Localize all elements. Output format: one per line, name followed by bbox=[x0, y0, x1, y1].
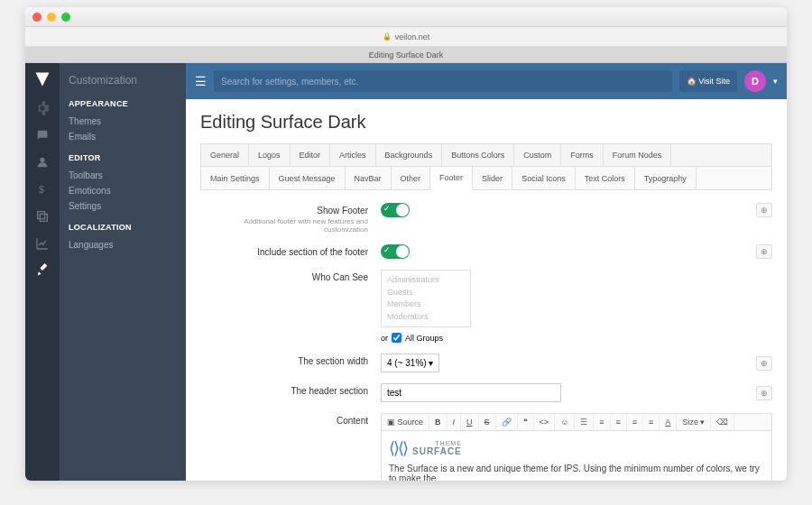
sidebar-heading: APPEARANCE bbox=[69, 99, 177, 108]
align-right-button[interactable]: ≡ bbox=[643, 414, 660, 430]
plus-button[interactable]: ⊕ bbox=[756, 244, 772, 259]
clear-button[interactable]: ⌫ bbox=[711, 414, 734, 430]
url-text: veilon.net bbox=[395, 32, 430, 41]
sidebar-item[interactable]: Themes bbox=[69, 114, 177, 129]
mac-titlebar bbox=[25, 7, 787, 27]
sidebar-item[interactable]: Emoticons bbox=[69, 183, 177, 198]
sidebar-heading: LOCALIZATION bbox=[69, 223, 177, 232]
show-footer-hint: Additional footer with new features and … bbox=[200, 217, 368, 234]
tab[interactable]: Buttons Colors bbox=[442, 144, 514, 166]
who-can-see-label: Who Can See bbox=[200, 272, 368, 282]
size-button[interactable]: Size ▾ bbox=[677, 414, 711, 430]
tab[interactable]: Articles bbox=[330, 144, 376, 166]
code-button[interactable]: <> bbox=[534, 414, 556, 430]
link-button[interactable]: 🔗 bbox=[496, 414, 518, 430]
sidebar-item[interactable]: Languages bbox=[69, 237, 177, 252]
subtab[interactable]: Main Settings bbox=[201, 167, 270, 189]
editor-toolbar: ▣ Source B I U S 🔗 ❝ <> ☺ ☰ bbox=[382, 414, 771, 431]
visit-site-button[interactable]: 🏠 Visit Site bbox=[679, 70, 737, 92]
maximize-window-button[interactable] bbox=[61, 13, 70, 22]
top-bar: ☰ 🏠 Visit Site D ▾ bbox=[186, 63, 787, 99]
tab-row-1: GeneralLogosEditorArticlesBackgroundsBut… bbox=[200, 143, 772, 167]
sidebar-item[interactable]: Emails bbox=[69, 129, 177, 144]
tab[interactable]: General bbox=[201, 144, 249, 166]
lock-icon: 🔒 bbox=[383, 32, 392, 41]
sidebar-title: Customization bbox=[69, 74, 177, 87]
list-ol-button[interactable]: ≡ bbox=[594, 414, 610, 430]
plus-button[interactable]: ⊕ bbox=[756, 203, 772, 217]
gear-icon[interactable] bbox=[35, 101, 50, 115]
section-width-label: The section width bbox=[200, 356, 368, 366]
subtab[interactable]: Other bbox=[392, 167, 431, 189]
minimize-window-button[interactable] bbox=[47, 13, 56, 22]
all-groups-checkbox[interactable] bbox=[392, 333, 401, 343]
source-button[interactable]: ▣ Source bbox=[382, 414, 429, 430]
plus-button[interactable]: ⊕ bbox=[756, 386, 772, 400]
svg-rect-1 bbox=[38, 212, 45, 219]
tab[interactable]: Logos bbox=[249, 144, 291, 166]
tab[interactable]: Custom bbox=[514, 144, 561, 166]
content-label: Content bbox=[200, 416, 368, 426]
all-groups-label: All Groups bbox=[405, 334, 443, 343]
emoji-button[interactable]: ☺ bbox=[555, 414, 575, 430]
or-text: or bbox=[381, 334, 388, 343]
font-color-button[interactable]: A bbox=[660, 414, 677, 430]
tab[interactable]: Backgrounds bbox=[376, 144, 443, 166]
rich-text-editor: ▣ Source B I U S 🔗 ❝ <> ☺ ☰ bbox=[381, 413, 772, 481]
tab[interactable]: Editor bbox=[291, 144, 331, 166]
show-footer-toggle[interactable] bbox=[381, 203, 410, 217]
svg-text:$: $ bbox=[39, 184, 44, 195]
copy-icon[interactable] bbox=[35, 209, 50, 224]
subtab[interactable]: Footer bbox=[430, 167, 473, 190]
underline-button[interactable]: U bbox=[461, 414, 479, 430]
settings-sidebar: Customization APPEARANCEThemesEmailsEDIT… bbox=[60, 63, 186, 481]
section-width-select[interactable]: 4 (~ 31%) ▾ bbox=[381, 354, 439, 372]
hamburger-icon[interactable]: ☰ bbox=[195, 74, 207, 88]
include-section-toggle[interactable] bbox=[381, 244, 410, 259]
align-center-button[interactable]: ≡ bbox=[627, 414, 643, 430]
tab[interactable]: Forms bbox=[561, 144, 604, 166]
surface-logo: ⟨⟩⟨⟩ THEMESURFACE bbox=[389, 438, 462, 458]
sidebar-item[interactable]: Toolbars bbox=[69, 168, 177, 183]
chevron-down-icon[interactable]: ▾ bbox=[773, 77, 778, 86]
include-section-label: Include section of the footer bbox=[200, 247, 368, 257]
subtab[interactable]: Social Icons bbox=[512, 167, 576, 189]
show-footer-label: Show Footer bbox=[200, 206, 368, 216]
app-logo bbox=[33, 70, 51, 88]
svg-rect-2 bbox=[40, 214, 47, 221]
list-ul-button[interactable]: ☰ bbox=[575, 414, 594, 430]
header-section-input[interactable] bbox=[381, 383, 561, 402]
subtab[interactable]: Slider bbox=[473, 167, 512, 189]
browser-tab[interactable]: Editing Surface Dark bbox=[25, 47, 787, 63]
chat-icon[interactable] bbox=[35, 128, 50, 142]
page-title: Editing Surface Dark bbox=[200, 112, 772, 133]
who-can-see-select[interactable]: AdministratorsGuestsMembersModerators bbox=[381, 270, 471, 327]
sidebar-item[interactable]: Settings bbox=[69, 198, 177, 214]
chart-icon[interactable] bbox=[35, 236, 50, 251]
brush-icon[interactable] bbox=[35, 263, 50, 278]
tab[interactable]: Forum Nodes bbox=[604, 144, 672, 166]
editor-body[interactable]: ⟨⟩⟨⟩ THEMESURFACE The Surface is a new a… bbox=[382, 431, 771, 481]
user-icon[interactable] bbox=[35, 155, 50, 170]
align-left-button[interactable]: ≡ bbox=[611, 414, 627, 430]
subtab[interactable]: Typography bbox=[635, 167, 697, 189]
subtab[interactable]: Guest Message bbox=[270, 167, 346, 189]
dollar-icon[interactable]: $ bbox=[35, 182, 50, 197]
sidebar-heading: EDITOR bbox=[69, 153, 177, 162]
subtab[interactable]: NavBar bbox=[346, 167, 392, 189]
content-text: The Surface is a new and unique theme fo… bbox=[389, 464, 764, 481]
strike-button[interactable]: S bbox=[479, 414, 496, 430]
bold-button[interactable]: B bbox=[429, 414, 448, 430]
search-input[interactable] bbox=[214, 70, 672, 92]
close-window-button[interactable] bbox=[32, 13, 42, 22]
quote-button[interactable]: ❝ bbox=[518, 414, 534, 430]
tab-row-2: Main SettingsGuest MessageNavBarOtherFoo… bbox=[200, 167, 772, 190]
icon-rail: $ bbox=[25, 63, 60, 481]
header-section-label: The header section bbox=[200, 386, 368, 396]
browser-url-bar[interactable]: 🔒 veilon.net bbox=[25, 27, 787, 47]
subtab[interactable]: Text Colors bbox=[576, 167, 635, 189]
plus-button[interactable]: ⊕ bbox=[756, 356, 772, 371]
avatar[interactable]: D bbox=[744, 70, 766, 92]
tab-title: Editing Surface Dark bbox=[369, 50, 444, 60]
italic-button[interactable]: I bbox=[448, 414, 462, 430]
